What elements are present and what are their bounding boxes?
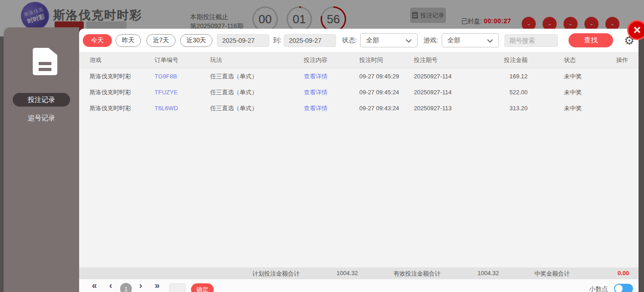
page-confirm-button[interactable]: 确定 [191, 283, 214, 292]
page-jump-input[interactable] [169, 283, 186, 292]
chevron-down-icon [487, 37, 493, 43]
col-amount: 投注金额 [496, 56, 528, 64]
decimal-point-label: 小数点 [589, 285, 608, 292]
filter-bar: 今天 昨天 近7天 近30天 到: 状态: 全部 游戏: 全部 查找 ⚙ [79, 29, 639, 52]
table-row: 斯洛伐克时时彩 TG9F8B 任三直选（单式） 查看详情 09-27 09:45… [79, 68, 639, 84]
totals-footer: 计划投注金额合计 1004.32 有效投注金额合计 1004.32 中奖金额合计… [79, 267, 639, 279]
col-content: 投注内容 [304, 56, 359, 64]
game-select-value: 全部 [448, 36, 460, 45]
cell-play: 任三直选（单式） [210, 104, 304, 113]
cell-play: 任三直选（单式） [210, 88, 304, 97]
cell-status: 未中奖 [528, 104, 605, 113]
cell-amount: 522.00 [496, 89, 528, 96]
cell-time: 09-27 09:45:29 [359, 73, 414, 80]
filter-yesterday-button[interactable]: 昨天 [116, 34, 141, 47]
plan-total-value: 1004.32 [337, 270, 358, 277]
game-label: 游戏: [423, 36, 438, 45]
current-page-button[interactable]: 1 [120, 283, 132, 292]
view-details-link[interactable]: 查看详情 [304, 72, 359, 81]
plan-total-label: 计划投注金额合计 [252, 270, 300, 278]
sidebar-item-bet-records[interactable]: 投注记录 [13, 93, 70, 107]
cell-play: 任三直选（单式） [210, 72, 304, 81]
win-total-label: 中奖金额合计 [534, 270, 570, 278]
col-period: 投注期号 [414, 56, 496, 64]
cell-order-id-link[interactable]: T6L6WD [155, 105, 210, 112]
document-icon [33, 48, 57, 75]
cell-game: 斯洛伐克时时彩 [90, 104, 155, 113]
period-search-input[interactable] [504, 34, 558, 47]
prev-page-icon[interactable]: ‹ [109, 280, 112, 291]
next-page-icon[interactable]: › [139, 280, 142, 291]
valid-total-label: 有效投注金额合计 [393, 270, 441, 278]
col-game: 游戏 [90, 56, 155, 64]
date-from-input[interactable] [217, 34, 269, 47]
filter-7days-button[interactable]: 近7天 [146, 34, 176, 47]
col-status: 状态 [528, 56, 605, 64]
sidebar-item-chase-records[interactable]: 追号记录 [13, 111, 70, 125]
filter-today-button[interactable]: 今天 [83, 34, 112, 47]
status-select-value: 全部 [366, 36, 379, 45]
close-icon[interactable]: × [627, 20, 644, 40]
bet-records-modal: 今天 昨天 近7天 近30天 到: 状态: 全部 游戏: 全部 查找 ⚙ 游戏 … [79, 29, 639, 292]
status-label: 状态: [342, 36, 357, 45]
first-page-icon[interactable]: « [92, 280, 97, 291]
cell-amount: 169.12 [496, 73, 528, 80]
cell-period: 20250927-114 [414, 73, 496, 80]
document-fold [49, 48, 57, 55]
cell-period: 20250927-114 [414, 89, 496, 96]
cell-period: 20250927-113 [414, 105, 496, 112]
view-details-link[interactable]: 查看详情 [304, 88, 359, 97]
toggle-knob [615, 285, 623, 292]
cell-status: 未中奖 [528, 88, 605, 97]
cell-order-id-link[interactable]: TG9F8B [155, 73, 210, 80]
view-details-link[interactable]: 查看详情 [304, 104, 359, 113]
table-row: 斯洛伐克时时彩 T6L6WD 任三直选（单式） 查看详情 09-27 09:43… [79, 100, 639, 116]
col-time: 投注时间 [359, 56, 414, 64]
pagination-bar: « ‹ 1 › » 确定 小数点 [79, 279, 639, 292]
valid-total-value: 1004.32 [478, 270, 499, 277]
cell-time: 09-27 09:45:24 [359, 89, 414, 96]
document-line [39, 62, 51, 65]
filter-30days-button[interactable]: 近30天 [180, 34, 213, 47]
document-line [39, 68, 51, 71]
decimal-toggle[interactable] [614, 284, 633, 292]
cell-status: 未中奖 [528, 72, 605, 81]
cell-game: 斯洛伐克时时彩 [90, 88, 155, 97]
records-sidebar: 投注记录 追号记录 [4, 27, 79, 292]
cell-game: 斯洛伐克时时彩 [90, 72, 155, 81]
chevron-down-icon [406, 37, 412, 43]
col-operation: 操作 [605, 56, 632, 64]
game-select[interactable]: 全部 [442, 33, 499, 47]
status-select[interactable]: 全部 [360, 33, 418, 47]
table-row: 斯洛伐克时时彩 TFUZYE 任三直选（单式） 查看详情 09-27 09:45… [79, 84, 639, 100]
cell-order-id-link[interactable]: TFUZYE [155, 89, 210, 96]
date-to-label: 到: [273, 36, 281, 45]
last-page-icon[interactable]: » [155, 280, 160, 291]
table-header: 游戏 订单编号 玩法 投注内容 投注时间 投注期号 投注金额 状态 操作 [79, 52, 639, 68]
cell-time: 09-27 09:43:24 [359, 105, 414, 112]
cell-amount: 313.20 [496, 105, 528, 112]
col-play: 玩法 [210, 56, 304, 64]
win-total-value: 0.00 [618, 270, 629, 277]
date-to-input[interactable] [284, 34, 336, 47]
col-order-id: 订单编号 [155, 56, 210, 64]
search-button[interactable]: 查找 [569, 33, 613, 47]
